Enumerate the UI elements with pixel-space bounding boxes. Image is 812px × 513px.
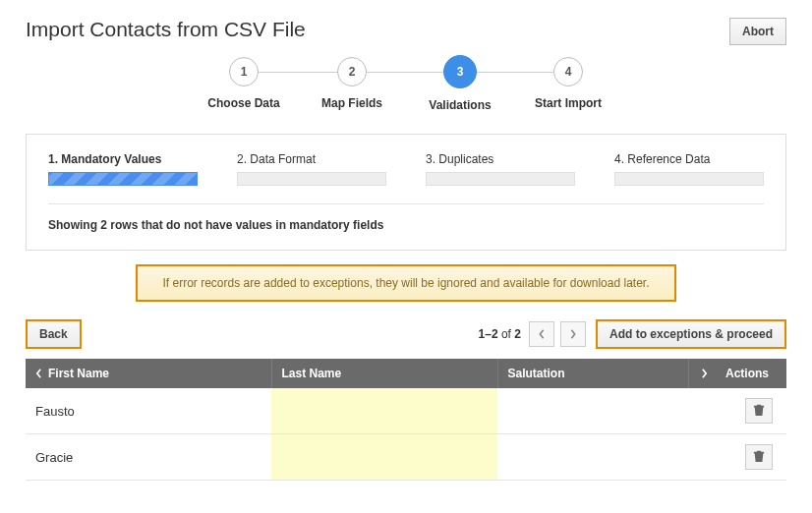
add-exceptions-proceed-button[interactable]: Add to exceptions & proceed [596,319,786,349]
abort-button[interactable]: Abort [729,18,786,45]
table-row: Gracie [26,434,786,481]
table-cell [271,434,497,481]
wizard-step-label: Validations [429,98,491,112]
column-header-last-name[interactable]: Last Name [271,359,497,388]
subtab-label: 3. Duplicates [426,152,575,166]
back-button[interactable]: Back [26,319,82,349]
wizard-step-circle: 3 [443,55,477,88]
validation-subtab-3[interactable]: 3. Duplicates [426,152,575,186]
actions-cell [688,434,786,481]
wizard-step-circle: 1 [229,57,259,86]
status-text: Showing 2 rows that do not have values i… [48,218,764,232]
validation-subtab-4[interactable]: 4. Reference Data [614,152,764,186]
delete-row-button[interactable] [745,398,773,424]
table-cell: Fausto [26,388,271,434]
wizard-step-circle: 2 [337,57,367,86]
validation-panel: 1. Mandatory Values2. Data Format3. Dupl… [26,134,786,251]
column-header-first-name[interactable]: First Name [26,359,271,388]
pager-next-button[interactable] [560,321,586,347]
subtab-progress-bar [614,172,764,186]
chevron-left-icon [538,327,546,342]
subtab-label: 4. Reference Data [614,152,764,166]
subtab-label: 1. Mandatory Values [48,152,198,166]
table-cell [497,434,688,481]
trash-icon [753,403,765,420]
wizard-step-label: Map Fields [321,96,382,110]
wizard-step-circle: 4 [553,57,583,86]
table-cell [497,388,688,434]
delete-row-button[interactable] [745,444,773,470]
subtab-label: 2. Data Format [237,152,386,166]
wizard-steps: 1Choose Data2Map Fields3Validations4Star… [26,57,786,112]
actions-cell [688,388,786,434]
wizard-step-label: Choose Data [207,96,279,110]
table-row: Fausto [26,388,786,434]
table-cell: Gracie [26,434,271,481]
table-cell [271,388,497,434]
wizard-step-1[interactable]: 1Choose Data [190,57,298,110]
wizard-step-label: Start Import [535,96,602,110]
data-table: First Name Last Name Salutation Actions [26,359,786,481]
wizard-step-2[interactable]: 2Map Fields [298,57,406,110]
column-header-actions: Actions [688,359,786,388]
subtab-progress-bar [426,172,575,186]
chevron-right-icon [569,327,577,342]
chevron-left-icon [35,369,42,378]
validation-subtab-1[interactable]: 1. Mandatory Values [48,152,198,186]
pager-range: 1–2 of 2 [479,327,521,341]
subtab-progress-bar [48,172,198,186]
wizard-step-4[interactable]: 4Start Import [514,57,622,110]
subtab-progress-bar [237,172,386,186]
pager-prev-button[interactable] [529,321,554,347]
column-header-salutation[interactable]: Salutation [497,359,688,388]
page-title: Import Contacts from CSV File [26,18,306,41]
notice-banner: If error records are added to exceptions… [136,264,677,302]
wizard-step-3[interactable]: 3Validations [406,57,514,112]
trash-icon [753,449,765,466]
pager: 1–2 of 2 [479,321,586,347]
validation-subtab-2[interactable]: 2. Data Format [237,152,386,186]
chevron-right-icon[interactable] [701,369,708,378]
